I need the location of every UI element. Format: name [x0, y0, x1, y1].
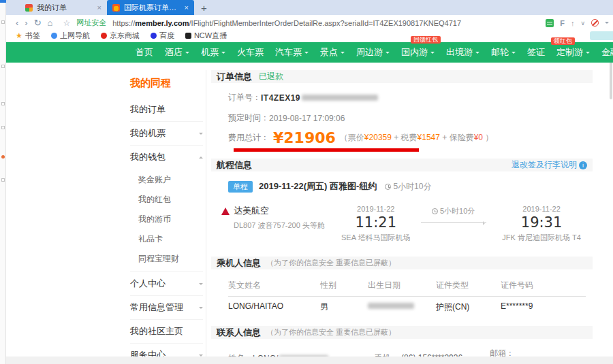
nav-item-hotel[interactable]: 酒店 — [165, 46, 189, 59]
favorite-star-icon[interactable]: ☆ — [63, 18, 70, 28]
new-tab-button[interactable]: + — [194, 0, 214, 15]
adblock-icon[interactable] — [591, 19, 599, 27]
sidebar-item-gift-cards[interactable]: 礼品卡 — [138, 229, 203, 249]
nav-item-bus[interactable]: 汽车票 — [275, 46, 309, 59]
bookmark-item[interactable]: 上网导航 — [51, 31, 90, 41]
refund-policy-link[interactable]: 退改签及行李说明 — [512, 159, 587, 171]
chevron-down-icon[interactable]: ∨ — [580, 20, 585, 27]
info-icon — [579, 161, 587, 169]
booking-time-label: 预定时间： — [228, 112, 269, 124]
trip-duration: 5小时10分 — [385, 181, 431, 193]
flash-icon[interactable]: F — [560, 19, 565, 27]
sidebar-item-my-wallet[interactable]: 我的钱包 — [130, 146, 203, 169]
col-header: 证件类型 — [436, 280, 501, 291]
site-safety-label: 网址安全 — [76, 18, 106, 28]
adblock-caret-icon[interactable] — [605, 22, 609, 26]
edge-notification-dot — [1, 155, 5, 159]
chevron-down-icon — [199, 283, 203, 287]
sidebar-item-my-orders[interactable]: 我的订单 — [130, 98, 203, 122]
browser-tabbar: 我的订单 × 国际机票订单明细 × + — [6, 0, 613, 15]
extension-icon[interactable] — [546, 19, 554, 27]
trip-type-badge: 单程 — [228, 181, 253, 193]
chevron-down-icon — [221, 52, 225, 56]
passenger-id-type: 护照(CN) — [436, 301, 501, 313]
bottom-band — [0, 357, 613, 364]
bookmark-item[interactable]: 京东商城 — [101, 31, 140, 41]
sidebar-item-my-tickets[interactable]: 我的机票 — [130, 122, 203, 146]
chevron-down-icon — [199, 307, 203, 311]
table-header-row: 英文姓名 性别 出生日期 证件类型 证件号码 — [228, 275, 586, 297]
address-bar[interactable]: https://member.ly.com/IFlight/FlightMemb… — [112, 19, 461, 27]
flight-info-header: 航程信息 退改签及行李说明 — [211, 159, 593, 171]
order-number-line: 订单号： IT4ZEX19 — [228, 92, 593, 103]
booking-time-line: 预定时间： 2019-08-17 17:09:06 — [228, 112, 593, 124]
sidebar-item-bonus-account[interactable]: 奖金账户 — [138, 170, 203, 190]
chevron-down-icon — [512, 52, 516, 56]
tab-close-icon[interactable]: × — [97, 3, 101, 12]
nav-item-train[interactable]: 火车票 — [237, 46, 264, 59]
clock-icon — [385, 184, 391, 190]
passenger-id-number: E*******9 — [501, 301, 586, 313]
bookmark-star-icon: ★ — [16, 31, 22, 40]
sidebar-item-red-packets[interactable]: 我的红包 — [138, 190, 203, 210]
bookmark-item[interactable]: NCW直播 — [185, 31, 227, 41]
trip-date-route: 2019-11-22(周五) 西雅图-纽约 — [259, 180, 377, 193]
bookmark-item[interactable]: 百度 — [151, 31, 174, 41]
nav-item-cruise[interactable]: 邮轮 — [491, 46, 516, 59]
chevron-down-icon — [386, 52, 390, 56]
edge-glyph — [1, 178, 5, 182]
tab-title: 国际机票订单明细 — [124, 3, 180, 13]
refresh-icon[interactable]: ↻ — [34, 18, 42, 27]
nav-item-finance[interactable]: 金融 — [601, 46, 613, 59]
nav-item-home[interactable]: 首页 — [136, 46, 153, 59]
departure-column: 2019-11-22 11:21 SEA 塔科马国际机场 — [335, 205, 416, 243]
privacy-note: （为了你的信息安全 重要信息已屏蔽） — [266, 258, 396, 268]
tab-my-orders[interactable]: 我的订单 × — [20, 0, 107, 15]
edge-glyph — [1, 65, 5, 68]
nav-item-custom[interactable]: 定制游 — [556, 46, 590, 59]
bookmark-favicon — [101, 33, 107, 39]
tab-order-detail[interactable]: 国际机票订单明细 × — [107, 0, 194, 15]
home-icon[interactable]: ⌂ — [48, 18, 53, 27]
arrival-time: 19:31 — [490, 214, 593, 231]
bookmark-favicon — [151, 33, 157, 39]
chevron-up-icon — [199, 154, 203, 159]
sidebar-item-community[interactable]: 我的社区主页 — [130, 320, 203, 344]
passenger-info-header: 乘机人信息 （为了你的信息安全 重要信息已屏蔽） — [211, 257, 593, 269]
sidebar-wallet-submenu: 奖金账户 我的红包 我的游币 礼品卡 同程宝理财 — [130, 169, 203, 272]
arrival-column: 2019-11-22 19:31 JFK 肯尼迪国际机场 T4 — [490, 205, 593, 243]
airline-name: 达美航空 — [234, 205, 269, 217]
nav-item-domestic[interactable]: 国内游 — [401, 46, 435, 59]
sidebar-item-common-info[interactable]: 常用信息管理 — [130, 296, 203, 320]
promo-tooltip-corner — [590, 31, 613, 40]
passenger-birthdate-masked — [368, 301, 436, 313]
edge-glyph — [1, 126, 5, 129]
airline-logo-icon — [221, 208, 230, 215]
nav-item-flight[interactable]: 机票 — [201, 46, 225, 59]
nav-item-scenic[interactable]: 景点 — [320, 46, 345, 59]
section-title: 联系人信息 — [217, 327, 261, 339]
passenger-table: 英文姓名 性别 出生日期 证件类型 证件号码 LONG/HAITAO 男 护照(… — [228, 275, 586, 318]
tab-close-icon[interactable]: × — [185, 3, 189, 12]
passenger-name: LONG/HAITAO — [228, 301, 320, 313]
nav-item-visa[interactable]: 签证 — [527, 46, 545, 59]
tab-title: 我的订单 — [37, 3, 93, 13]
bookmark-label: NCW直播 — [194, 31, 227, 41]
cost-breakdown: （票价¥20359 + 税费¥1547 + 保险费¥0 ） — [340, 132, 494, 144]
sidebar-item-wealth[interactable]: 同程宝理财 — [138, 249, 203, 269]
sidebar-item-personal-center[interactable]: 个人中心 — [130, 272, 203, 296]
sidebar-item-travel-coins[interactable]: 我的游币 — [138, 210, 203, 229]
forward-icon[interactable]: › — [25, 18, 27, 27]
share-icon[interactable]: ↑ — [571, 19, 575, 27]
table-row: LONG/HAITAO 男 护照(CN) E*******9 — [228, 297, 586, 318]
duration-column: 5小时10分 — [416, 205, 490, 243]
tab-favicon — [112, 4, 120, 12]
bookmarks-root[interactable]: ★ 书签 — [16, 31, 40, 41]
back-icon[interactable]: ‹ — [16, 18, 18, 27]
nav-item-outbound[interactable]: 出境游 — [446, 46, 480, 59]
nav-item-nearby[interactable]: 周边游 — [356, 46, 390, 59]
clock-icon — [432, 208, 438, 214]
bookmarks-label: 书签 — [25, 31, 40, 41]
order-info-header: 订单信息 已退款 — [211, 70, 593, 83]
flight-segment-row: 达美航空 DL807 波音757-200 头等舱 2019-11-22 11:2… — [221, 205, 593, 243]
